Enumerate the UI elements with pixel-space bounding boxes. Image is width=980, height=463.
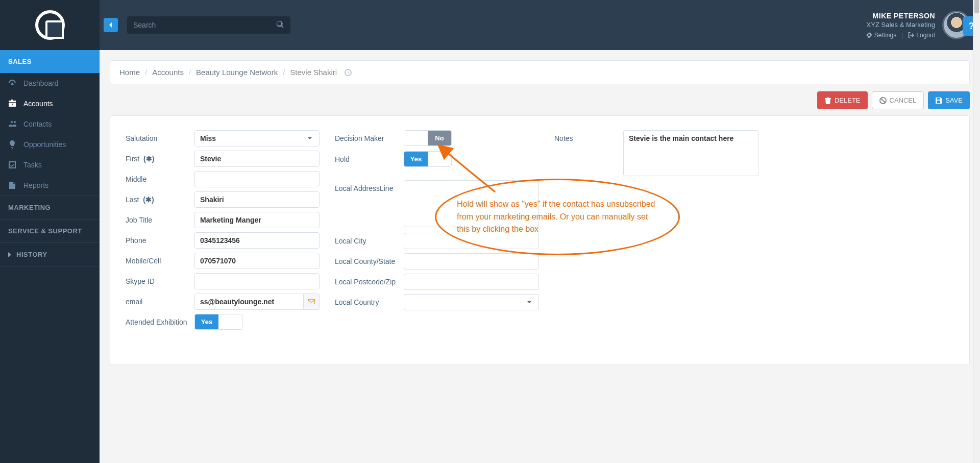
sidebar-section-service[interactable]: SERVICE & SUPPORT: [0, 220, 100, 242]
breadcrumb-home[interactable]: Home: [119, 68, 140, 77]
label-attended: Attended Exhibition: [126, 314, 194, 326]
breadcrumb-accounts[interactable]: Accounts: [152, 68, 184, 77]
email-addon[interactable]: [304, 294, 320, 310]
label-notes: Notes: [554, 130, 623, 142]
label-phone: Phone: [126, 232, 194, 245]
cancel-icon: [879, 97, 887, 104]
mobile-input[interactable]: [194, 253, 320, 269]
scrollbar[interactable]: [973, 0, 980, 375]
caret-right-icon: [8, 252, 12, 257]
attended-toggle[interactable]: Yes: [194, 314, 242, 330]
sidebar-item-dashboard[interactable]: Dashboard: [0, 73, 100, 93]
decision-toggle[interactable]: No: [404, 130, 452, 146]
logout-icon: [908, 32, 914, 38]
sidebar-collapse-button[interactable]: [104, 18, 118, 32]
search-button[interactable]: [276, 20, 284, 30]
sidebar-item-reports[interactable]: Reports: [0, 175, 100, 196]
email-input[interactable]: [194, 294, 304, 310]
label-decision: Decision Maker: [335, 130, 404, 142]
clock-icon[interactable]: [344, 68, 352, 77]
logo-icon: [35, 10, 65, 40]
save-icon: [935, 97, 942, 104]
sidebar-item-label: Reports: [23, 181, 48, 189]
dashboard-icon: [8, 79, 16, 87]
search-input[interactable]: [133, 21, 276, 29]
sidebar-item-label: Opportunities: [23, 140, 66, 149]
breadcrumb-account-name[interactable]: Beauty Lounge Network: [196, 68, 278, 77]
search-box: [127, 16, 290, 34]
form-col-2: Decision Maker No Hold Yes: [335, 130, 539, 334]
label-city: Local City: [335, 233, 404, 245]
save-button[interactable]: SAVE: [928, 91, 970, 109]
label-salutation: Salutation: [126, 130, 194, 142]
last-name-input[interactable]: [194, 191, 320, 208]
form-col-1: Salutation Miss First (✱) Middle Last (✱…: [126, 130, 320, 334]
label-email: email: [126, 294, 194, 306]
notes-textarea[interactable]: [623, 130, 758, 176]
first-name-input[interactable]: [194, 151, 320, 167]
sidebar-item-label: Dashboard: [23, 79, 59, 87]
separator: |: [901, 32, 903, 39]
sidebar-section-marketing[interactable]: MARKETING: [0, 196, 100, 219]
delete-button[interactable]: DELETE: [817, 91, 868, 109]
salutation-select[interactable]: Miss: [194, 130, 320, 147]
toggle-no[interactable]: No: [428, 131, 451, 145]
sidebar-item-contacts[interactable]: Contacts: [0, 114, 100, 134]
briefcase-icon: [8, 100, 16, 108]
label-middle: Middle: [126, 171, 194, 183]
user-company: XYZ Sales & Marketing: [866, 21, 935, 29]
sidebar: SALES Dashboard Accounts Contacts Opport…: [0, 50, 100, 375]
county-input[interactable]: [404, 253, 539, 270]
sidebar-item-opportunities[interactable]: Opportunities: [0, 134, 100, 155]
lightbulb-icon: [8, 140, 16, 149]
label-postcode: Local Postcode/Zip: [335, 274, 404, 286]
label-job-title: Job Title: [126, 212, 194, 224]
app-header: MIKE PETERSON XYZ Sales & Marketing Sett…: [0, 0, 980, 50]
label-mobile: Mobile/Cell: [126, 253, 194, 265]
toggle-yes[interactable]: [404, 131, 428, 145]
skype-input[interactable]: [194, 273, 320, 289]
sidebar-item-tasks[interactable]: Tasks: [0, 155, 100, 175]
breadcrumb: Home / Accounts / Beauty Lounge Network …: [110, 60, 970, 84]
sidebar-item-label: Tasks: [23, 161, 42, 169]
sidebar-section-sales[interactable]: SALES: [0, 50, 100, 73]
user-name: MIKE PETERSON: [866, 12, 935, 20]
postcode-input[interactable]: [404, 274, 539, 290]
toggle-no[interactable]: [218, 314, 242, 329]
country-select[interactable]: [404, 294, 539, 310]
job-title-input[interactable]: [194, 212, 320, 228]
logout-link[interactable]: Logout: [908, 32, 935, 39]
contact-form: Salutation Miss First (✱) Middle Last (✱…: [110, 115, 970, 365]
label-address: Local AddressLine: [335, 180, 404, 192]
toggle-yes[interactable]: Yes: [404, 152, 428, 166]
label-hold: Hold: [335, 151, 404, 163]
label-first: First (✱): [126, 151, 194, 163]
sidebar-item-accounts[interactable]: Accounts: [0, 93, 100, 114]
hold-toggle[interactable]: Yes: [404, 151, 452, 167]
main-content: Home / Accounts / Beauty Lounge Network …: [100, 50, 980, 375]
phone-input[interactable]: [194, 232, 320, 249]
city-input[interactable]: [404, 233, 539, 249]
address-textarea[interactable]: [404, 180, 539, 227]
form-col-3: Notes: [554, 130, 758, 334]
middle-name-input[interactable]: [194, 171, 320, 187]
action-bar: DELETE CANCEL SAVE: [110, 91, 970, 109]
logo[interactable]: [0, 0, 100, 50]
label-country: Local Country: [335, 294, 404, 306]
search-icon: [276, 20, 284, 29]
breadcrumb-current: Stevie Shakiri: [290, 68, 337, 77]
sidebar-item-label: Contacts: [23, 120, 52, 128]
scrollbar-thumb[interactable]: [974, 0, 979, 13]
reports-icon: [8, 181, 16, 189]
sidebar-item-label: Accounts: [23, 100, 53, 108]
toggle-no[interactable]: [428, 152, 451, 166]
label-skype: Skype ID: [126, 273, 194, 285]
settings-link[interactable]: Settings: [866, 32, 896, 39]
cancel-button[interactable]: CANCEL: [872, 91, 924, 109]
gear-icon: [866, 32, 872, 38]
sidebar-section-history[interactable]: HISTORY: [0, 243, 100, 266]
label-county: Local County/State: [335, 253, 404, 265]
toggle-yes[interactable]: Yes: [195, 314, 218, 329]
trash-icon: [824, 97, 831, 104]
envelope-icon: [307, 298, 315, 306]
